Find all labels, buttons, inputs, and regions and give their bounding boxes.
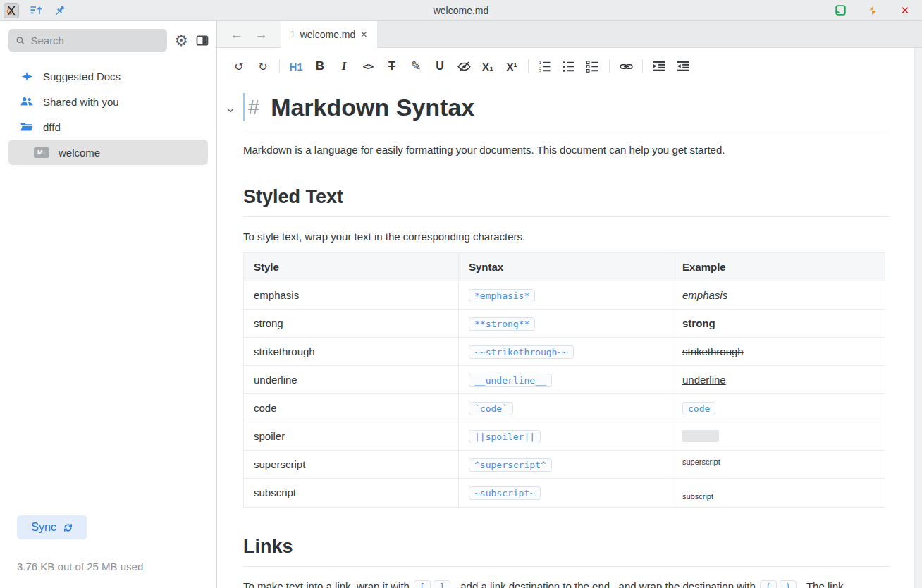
cell-syntax[interactable]: *emphasis* xyxy=(459,281,672,309)
tab-index: 1 xyxy=(290,30,295,39)
sidebar-item-suggested-docs[interactable]: Suggested Docs xyxy=(8,63,208,89)
bold-button[interactable]: B xyxy=(308,55,332,78)
sidebar-item-shared-with-you[interactable]: Shared with you xyxy=(8,89,208,114)
svg-text:3: 3 xyxy=(539,68,541,73)
doc-title[interactable]: Markdown Syntax xyxy=(271,94,474,121)
italic-button[interactable]: I xyxy=(332,55,356,78)
sidebar-toggle-icon[interactable] xyxy=(195,34,209,48)
cell-syntax[interactable]: ||spoiler|| xyxy=(459,422,672,450)
cell-style[interactable]: strong xyxy=(244,309,459,337)
strikethrough-button[interactable]: T xyxy=(380,55,404,78)
maximize-button[interactable] xyxy=(833,4,847,18)
sidebar-item-welcome[interactable]: M↓ welcome xyxy=(8,140,208,165)
tab-close-icon[interactable]: ✕ xyxy=(360,30,367,39)
app-menu-button[interactable] xyxy=(4,3,19,18)
example-bold: strong xyxy=(682,317,715,329)
links-heading[interactable]: Links xyxy=(243,536,890,567)
storage-usage-text: 3.76 KB out of 25 MB used xyxy=(17,561,216,572)
cell-style[interactable]: code xyxy=(244,393,459,422)
redo-button[interactable]: ↻ xyxy=(251,55,275,78)
toolbar-separator xyxy=(528,59,529,73)
cell-style[interactable]: emphasis xyxy=(244,281,459,309)
syntax-code-chip: __underline__ xyxy=(469,374,552,387)
bullet-list-button[interactable] xyxy=(557,55,581,78)
syntax-code-chip: **strong** xyxy=(469,317,535,331)
cell-syntax[interactable]: ~~strikethrough~~ xyxy=(459,337,672,365)
syntax-code-chip: ||spoiler|| xyxy=(469,430,541,443)
subscript-button[interactable]: X₁ xyxy=(476,55,500,78)
nav-back-icon[interactable]: ← xyxy=(230,27,243,41)
syntax-code-chip: ~subscript~ xyxy=(469,486,541,500)
scrollbar-track[interactable] xyxy=(914,48,922,588)
cell-syntax[interactable]: `code` xyxy=(459,393,672,422)
search-icon xyxy=(16,35,25,46)
superscript-button[interactable]: X¹ xyxy=(500,55,524,78)
highlight-button[interactable]: ✎ xyxy=(404,55,428,78)
doc-h1-block: # Markdown Syntax xyxy=(243,93,890,130)
app-logo-icon xyxy=(6,5,17,16)
rollup-button[interactable] xyxy=(866,4,880,18)
close-button[interactable]: ✕ xyxy=(898,4,912,18)
cell-syntax[interactable]: ^superscript^ xyxy=(459,450,672,478)
pin-icon[interactable] xyxy=(53,4,67,18)
cell-style[interactable]: underline xyxy=(244,365,459,393)
cell-syntax[interactable]: **strong** xyxy=(459,309,672,337)
code-button[interactable]: <> xyxy=(356,55,380,78)
cell-example[interactable] xyxy=(672,422,885,450)
cell-example[interactable]: strong xyxy=(672,309,885,337)
syntax-code-chip: `code` xyxy=(469,402,513,415)
sidebar-item-label: Suggested Docs xyxy=(43,71,121,82)
doc-intro-paragraph[interactable]: Markdown is a language for easily format… xyxy=(243,142,890,158)
task-list-button[interactable] xyxy=(581,55,605,78)
table-row: code`code`code xyxy=(244,393,885,422)
collapse-chevron-icon[interactable] xyxy=(225,104,238,117)
toolbar-separator xyxy=(279,59,280,73)
styles-table[interactable]: Style Syntax Example emphasis*emphasis*e… xyxy=(243,252,885,508)
toolbar-separator xyxy=(609,59,610,73)
nav-forward-icon[interactable]: → xyxy=(254,27,268,41)
styled-text-intro[interactable]: To style text, wrap your text in the cor… xyxy=(243,229,890,245)
folder-open-icon xyxy=(20,120,34,134)
editor-content[interactable]: # Markdown Syntax Markdown is a language… xyxy=(217,85,922,588)
main-pane: ← → 1 welcome.md ✕ ↺ ↻ H1 B I <> T ✎ xyxy=(217,21,922,588)
search-input[interactable] xyxy=(30,35,160,47)
cell-example[interactable]: strikethrough xyxy=(672,337,885,365)
cell-example[interactable]: emphasis xyxy=(672,281,885,309)
search-box[interactable] xyxy=(8,29,167,52)
syntax-code-chip: ^superscript^ xyxy=(469,458,552,472)
link-button[interactable] xyxy=(614,55,638,78)
underline-button[interactable]: U xyxy=(428,55,452,78)
sync-button[interactable]: Sync xyxy=(17,515,87,539)
formatting-toolbar: ↺ ↻ H1 B I <> T ✎ U X₁ X¹ xyxy=(217,48,922,85)
cell-example[interactable]: subscript xyxy=(672,478,885,507)
sidebar-nav: Suggested Docs Shared with you xyxy=(0,63,216,165)
undo-button[interactable]: ↺ xyxy=(227,55,251,78)
indent-button[interactable] xyxy=(647,55,671,78)
sidebar-item-label: Shared with you xyxy=(43,96,119,108)
shade-window-icon[interactable] xyxy=(29,4,43,18)
ordered-list-button[interactable]: 1 2 3 xyxy=(533,55,557,78)
links-intro-paragraph[interactable]: To make text into a link, wrap it with [… xyxy=(243,579,890,588)
col-header-syntax[interactable]: Syntax xyxy=(459,252,672,281)
cell-example[interactable]: underline xyxy=(672,365,885,393)
col-header-example[interactable]: Example xyxy=(672,252,885,281)
styled-text-heading[interactable]: Styled Text xyxy=(243,186,890,217)
heading-1-button[interactable]: H1 xyxy=(284,55,308,78)
sidebar-item-folder-dffd[interactable]: dffd xyxy=(8,114,208,140)
spoiler-hidden-box[interactable] xyxy=(682,430,719,442)
cell-syntax[interactable]: __underline__ xyxy=(459,365,672,393)
spoiler-eye-off-button[interactable] xyxy=(452,55,476,78)
cell-syntax[interactable]: ~subscript~ xyxy=(459,478,672,507)
cell-style[interactable]: superscript xyxy=(244,450,459,478)
tab-welcome-md[interactable]: 1 welcome.md ✕ xyxy=(281,21,377,48)
col-header-style[interactable]: Style xyxy=(244,252,459,281)
cell-example[interactable]: superscript xyxy=(672,450,885,478)
cell-style[interactable]: subscript xyxy=(244,478,459,507)
outdent-button[interactable] xyxy=(671,55,695,78)
cell-style[interactable]: spoiler xyxy=(244,422,459,450)
cell-example[interactable]: code xyxy=(672,393,885,422)
syntax-code-chip: ~~strikethrough~~ xyxy=(469,345,574,359)
settings-gear-icon[interactable]: ⚙ xyxy=(174,33,188,49)
cell-style[interactable]: strikethrough xyxy=(244,337,459,365)
text-cursor xyxy=(243,93,245,121)
